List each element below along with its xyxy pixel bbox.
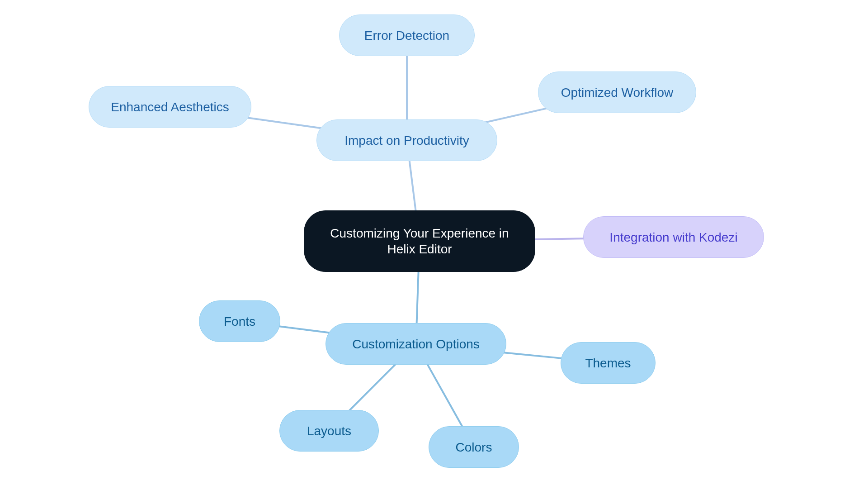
edge-custom-colors — [428, 365, 462, 427]
node-impact-on-productivity[interactable]: Impact on Productivity — [316, 119, 497, 161]
node-fonts[interactable]: Fonts — [199, 300, 280, 342]
node-root[interactable]: Customizing Your Experience in Helix Edi… — [304, 210, 535, 272]
edge-root-kodezi — [535, 238, 584, 239]
edge-custom-layouts — [348, 364, 396, 412]
node-layouts[interactable]: Layouts — [279, 410, 379, 452]
node-colors[interactable]: Colors — [429, 426, 519, 468]
node-integration-with-kodezi[interactable]: Integration with Kodezi — [583, 216, 764, 258]
node-error-detection[interactable]: Error Detection — [339, 14, 475, 56]
edge-custom-themes — [499, 352, 562, 358]
node-customization-options[interactable]: Customization Options — [326, 323, 506, 365]
node-themes[interactable]: Themes — [561, 342, 656, 384]
edge-root-custom — [417, 272, 419, 323]
edge-root-impact — [410, 161, 416, 210]
node-optimized-workflow[interactable]: Optimized Workflow — [538, 71, 696, 113]
mindmap-canvas: Customizing Your Experience in Helix Edi… — [0, 0, 868, 490]
edge-impact-aesthetics — [241, 117, 330, 129]
node-enhanced-aesthetics[interactable]: Enhanced Aesthetics — [89, 86, 251, 128]
